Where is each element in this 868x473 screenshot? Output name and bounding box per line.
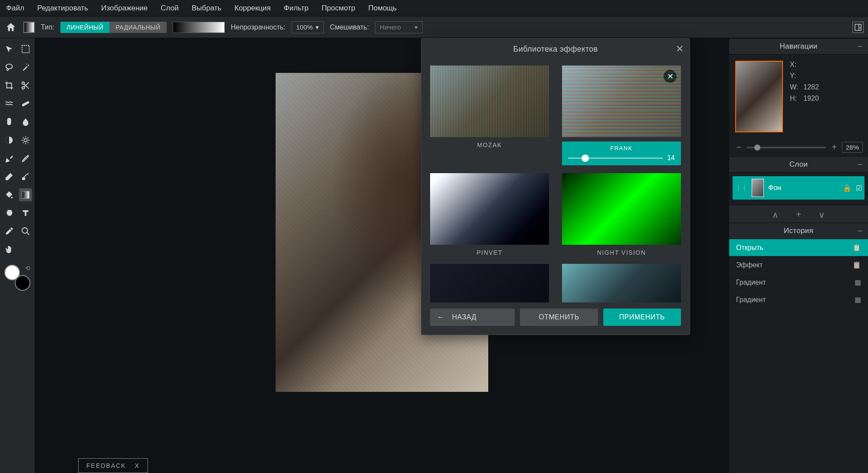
gradient-type-toggle[interactable]: ЛИНЕЙНЫЙ РАДИАЛЬНЫЙ bbox=[60, 22, 167, 33]
layers-panel: ⋮⋮ Фон 🔒 ☑ bbox=[729, 173, 868, 205]
color-swatches[interactable]: ⟲ bbox=[4, 265, 30, 291]
layer-thumbnail[interactable] bbox=[752, 179, 764, 197]
gradient-swatch[interactable] bbox=[23, 22, 35, 33]
lock-icon[interactable]: 🔒 bbox=[843, 184, 852, 192]
menu-adjust[interactable]: Коррекция bbox=[234, 4, 271, 13]
clone-tool-icon[interactable] bbox=[3, 207, 16, 220]
effect-preview[interactable] bbox=[562, 264, 681, 302]
effect-pinvet[interactable]: PINVET bbox=[430, 173, 549, 256]
type-linear[interactable]: ЛИНЕЙНЫЙ bbox=[60, 22, 109, 33]
effect-preview[interactable] bbox=[430, 66, 549, 137]
scissors-tool-icon[interactable] bbox=[19, 79, 32, 92]
home-icon[interactable] bbox=[4, 21, 17, 34]
sharpen-tool-icon[interactable] bbox=[19, 134, 32, 147]
pencil-tool-icon[interactable] bbox=[19, 152, 32, 165]
lasso-tool-icon[interactable] bbox=[3, 61, 16, 74]
move-tool-icon[interactable] bbox=[3, 43, 16, 56]
menu-edit[interactable]: Редактировать bbox=[37, 4, 88, 13]
zoom-tool-icon[interactable] bbox=[19, 225, 32, 238]
layer-down-icon[interactable]: ∨ bbox=[819, 210, 825, 220]
apply-button[interactable]: ПРИМЕНИТЬ bbox=[603, 309, 681, 326]
brush-tool-icon[interactable] bbox=[3, 115, 16, 128]
menu-file[interactable]: Файл bbox=[6, 4, 24, 13]
menu-image[interactable]: Изображение bbox=[101, 4, 148, 13]
layer-add-icon[interactable]: + bbox=[796, 210, 801, 220]
marquee-tool-icon[interactable] bbox=[19, 43, 32, 56]
eyedropper-tool-icon[interactable] bbox=[3, 225, 16, 238]
close-icon[interactable]: ✕ bbox=[676, 43, 684, 55]
effect-frank[interactable]: ✕ FRANK 14 bbox=[562, 66, 681, 165]
swap-colors-icon[interactable]: ⟲ bbox=[25, 265, 30, 272]
pen-tool-icon[interactable] bbox=[3, 152, 16, 165]
menu-filter[interactable]: Фильтр bbox=[284, 4, 309, 13]
deselect-effect-icon[interactable]: ✕ bbox=[664, 70, 677, 83]
menu-select[interactable]: Выбрать bbox=[192, 4, 221, 13]
nav-x-label: X: bbox=[790, 61, 796, 69]
svg-point-10 bbox=[22, 228, 28, 233]
feedback-tab[interactable]: FEEDBACK X bbox=[78, 458, 148, 473]
history-item[interactable]: Градиент ▦ bbox=[729, 291, 868, 309]
effect-preview-partial[interactable] bbox=[430, 264, 549, 302]
effect-mozak[interactable]: MOZAK bbox=[430, 66, 549, 165]
heal-tool-icon[interactable] bbox=[19, 97, 32, 110]
gradient-tool-icon[interactable] bbox=[19, 188, 32, 201]
collapse-icon[interactable]: − bbox=[858, 226, 863, 236]
layer-handle-icon[interactable]: ⋮⋮ bbox=[735, 184, 747, 191]
type-radial[interactable]: РАДИАЛЬНЫЙ bbox=[109, 22, 166, 33]
effect-preview[interactable]: ✕ bbox=[562, 66, 681, 137]
hand-tool-icon[interactable] bbox=[3, 243, 16, 256]
liquify-tool-icon[interactable] bbox=[3, 97, 16, 110]
blur-tool-icon[interactable] bbox=[19, 115, 32, 128]
foreground-color[interactable] bbox=[4, 265, 20, 280]
history-item[interactable]: Открыть 📋 bbox=[729, 239, 868, 256]
navigation-panel-header[interactable]: Навигации − bbox=[729, 38, 868, 55]
nav-h-value: 1920 bbox=[803, 95, 819, 102]
effect-intensity-slider[interactable] bbox=[568, 158, 663, 159]
layer-name[interactable]: Фон bbox=[768, 184, 838, 192]
zoom-value[interactable]: 28% bbox=[842, 142, 863, 153]
visibility-checkbox-icon[interactable]: ☑ bbox=[856, 184, 862, 192]
effect-preview[interactable] bbox=[562, 173, 681, 245]
cancel-button[interactable]: ОТМЕНИТЬ bbox=[520, 309, 598, 326]
effect-preview-partial[interactable] bbox=[562, 264, 681, 302]
back-button-label: НАЗАД bbox=[452, 313, 477, 321]
gradient-preview[interactable] bbox=[173, 22, 225, 33]
eraser-tool-icon[interactable] bbox=[3, 170, 16, 183]
effect-label: FRANK bbox=[568, 145, 675, 151]
crop-tool-icon[interactable] bbox=[3, 79, 16, 92]
text-tool-icon[interactable] bbox=[19, 207, 32, 220]
zoom-slider-knob[interactable] bbox=[754, 145, 760, 151]
toggle-panels-icon[interactable] bbox=[852, 22, 864, 33]
nav-thumbnail[interactable] bbox=[735, 61, 783, 132]
blend-dropdown[interactable]: Ничего ▾ bbox=[375, 21, 423, 33]
chevron-down-icon: ▾ bbox=[316, 23, 319, 31]
dodge-tool-icon[interactable] bbox=[3, 134, 16, 147]
history-item[interactable]: Эффект 📋 bbox=[729, 256, 868, 274]
history-panel-header[interactable]: История − bbox=[729, 223, 868, 239]
menu-view[interactable]: Просмотр bbox=[322, 4, 355, 13]
wand-tool-icon[interactable] bbox=[19, 61, 32, 74]
zoom-in-button[interactable]: + bbox=[830, 142, 838, 152]
slider-knob[interactable] bbox=[582, 154, 589, 162]
collapse-icon[interactable]: − bbox=[858, 42, 863, 52]
layers-icon: ▦ bbox=[855, 296, 861, 304]
layer-row[interactable]: ⋮⋮ Фон 🔒 ☑ bbox=[733, 176, 865, 200]
effect-preview[interactable] bbox=[430, 173, 549, 245]
svg-rect-5 bbox=[22, 101, 30, 107]
history-item[interactable]: Градиент ▦ bbox=[729, 274, 868, 291]
layers-panel-header[interactable]: Слои − bbox=[729, 156, 868, 173]
effect-preview[interactable] bbox=[430, 264, 549, 302]
layer-up-icon[interactable]: ∧ bbox=[772, 210, 779, 220]
fill-tool-icon[interactable] bbox=[3, 188, 16, 201]
opacity-dropdown[interactable]: 100% ▾ bbox=[292, 21, 324, 33]
zoom-out-button[interactable]: − bbox=[734, 142, 743, 152]
collapse-icon[interactable]: − bbox=[858, 160, 863, 170]
feedback-close-icon[interactable]: X bbox=[135, 462, 139, 469]
effect-night-vision[interactable]: NIGHT VISION bbox=[562, 173, 681, 256]
zoom-slider[interactable] bbox=[746, 147, 826, 148]
menu-help[interactable]: Помощь bbox=[368, 4, 397, 13]
back-button[interactable]: ← НАЗАД bbox=[430, 309, 515, 326]
replace-color-tool-icon[interactable] bbox=[19, 170, 32, 183]
menu-layer[interactable]: Слой bbox=[161, 4, 178, 13]
zoom-controls: − + 28% bbox=[729, 138, 868, 156]
